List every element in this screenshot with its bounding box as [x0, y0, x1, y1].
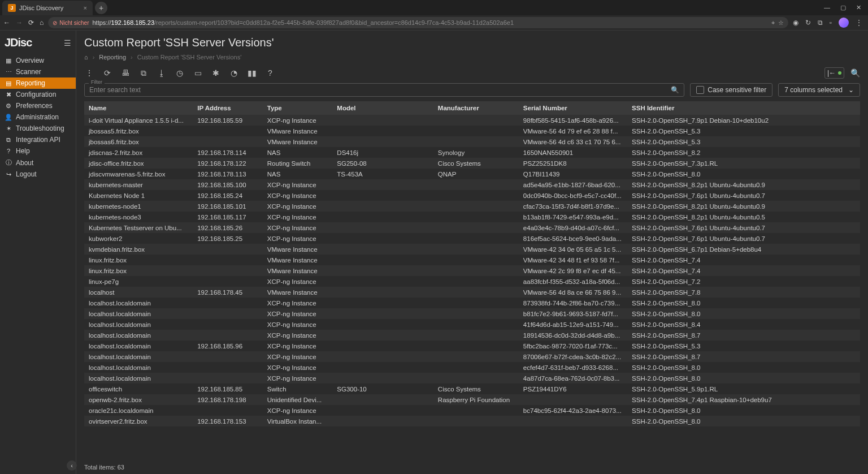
table-wrap[interactable]: Name IP Address Type Model Manufacturer …: [84, 101, 860, 460]
close-window-icon[interactable]: ✕: [856, 4, 861, 11]
sidebar-item-help[interactable]: ?Help: [0, 145, 76, 157]
more-icon[interactable]: ⋮: [84, 68, 94, 77]
cell-ip: [193, 276, 263, 287]
home-icon[interactable]: ⌂: [40, 19, 44, 27]
reload-icon[interactable]: ⟳: [28, 19, 34, 27]
schedule-icon[interactable]: ◷: [175, 68, 185, 77]
forward-icon[interactable]: →: [16, 19, 23, 27]
sidebar-item-reporting[interactable]: ▤Reporting: [0, 77, 76, 89]
cell-serial: 1650NAN550901: [519, 147, 627, 158]
minimize-icon[interactable]: —: [824, 4, 830, 11]
breadcrumb-home-icon[interactable]: ⌂: [84, 54, 88, 61]
table-row[interactable]: localhost192.168.178.45VMware InstanceVM…: [84, 287, 860, 298]
back-icon[interactable]: ←: [3, 19, 10, 27]
cell-ip: 192.168.178.122: [193, 158, 263, 169]
table-row[interactable]: kubernetes-master192.168.185.100XCP-ng I…: [84, 179, 860, 190]
th-ssh[interactable]: SSH Identifier: [627, 101, 860, 115]
table-row[interactable]: jdiscvmwarenas-5.fritz.box192.168.178.11…: [84, 169, 860, 179]
table-row[interactable]: linux-pe7gXCP-ng Instanceaa83fcbf-f355-d…: [84, 276, 860, 287]
browser-tab[interactable]: J JDisc Discovery ×: [2, 1, 93, 15]
table-row[interactable]: localhost.localdomainXCP-ng Instance4a87…: [84, 373, 860, 383]
th-mfr[interactable]: Manufacturer: [433, 101, 519, 115]
print-icon[interactable]: 🖶: [120, 68, 131, 77]
new-tab-button[interactable]: +: [95, 2, 107, 14]
close-tab-icon[interactable]: ×: [84, 5, 87, 11]
hamburger-icon[interactable]: ☰: [64, 38, 71, 48]
th-serial[interactable]: Serial Number: [519, 101, 627, 115]
collapse-sidebar-icon[interactable]: ‹: [67, 460, 77, 471]
th-ip[interactable]: IP Address: [193, 101, 263, 115]
table-row[interactable]: jdiscnas-2.fritz.box192.168.178.114NASDS…: [84, 147, 860, 158]
maximize-icon[interactable]: ▢: [840, 4, 846, 11]
search-icon[interactable]: 🔍: [671, 86, 679, 94]
table-row[interactable]: kubworker2192.168.185.25XCP-ng Instance8…: [84, 233, 860, 244]
table-row[interactable]: localhost.localdomain192.168.185.96XCP-n…: [84, 341, 860, 351]
barchart-icon[interactable]: ▮▮: [247, 68, 257, 77]
table-row[interactable]: oracle21c.localdomainXCP-ng Instancebc74…: [84, 405, 860, 416]
sidebar-item-scanner[interactable]: ⋯Scanner: [0, 66, 76, 77]
th-name[interactable]: Name: [84, 101, 193, 115]
table-row[interactable]: localhost.localdomainXCP-ng Instanceecfe…: [84, 362, 860, 373]
ext1-icon[interactable]: ◉: [793, 19, 798, 27]
table-row[interactable]: kvmdebian.fritz.boxVMware InstanceVMware…: [84, 244, 860, 255]
table-row[interactable]: localhost.localdomainXCP-ng Instance1891…: [84, 330, 860, 341]
ext2-icon[interactable]: ↻: [805, 19, 811, 27]
cell-ssh: SSH-2.0-OpenSSH_8.0: [627, 373, 860, 383]
table-row[interactable]: Kubernetes Node 1192.168.185.24XCP-ng In…: [84, 190, 860, 201]
cell-type: VMware Instance: [263, 265, 333, 276]
relations-icon[interactable]: ✱: [211, 68, 221, 77]
translate-icon[interactable]: ⌖: [771, 19, 775, 27]
column-selector[interactable]: 7 columns selected ⌄: [778, 83, 860, 97]
cell-model: [332, 136, 433, 147]
download-icon[interactable]: ⭳: [157, 68, 167, 77]
cell-type: XCP-ng Instance: [263, 341, 333, 351]
table-row[interactable]: localhost.localdomainXCP-ng Instance8700…: [84, 351, 860, 362]
table-row[interactable]: officeswitch192.168.185.85SwitchSG300-10…: [84, 383, 860, 394]
cell-ip: 192.168.185.101: [193, 201, 263, 212]
bookmark-icon[interactable]: ☆: [778, 19, 784, 27]
profile-avatar[interactable]: [839, 18, 849, 28]
table-row[interactable]: ovirtserver2.fritz.box192.168.178.153Vir…: [84, 416, 860, 426]
table-row[interactable]: localhost.localdomainXCP-ng Instanceb81f…: [84, 308, 860, 319]
table-row[interactable]: linux.fritz.boxVMware InstanceVMware-42 …: [84, 255, 860, 265]
sidebar-item-configuration[interactable]: ✖Configuration: [0, 89, 76, 100]
cell-mfr: [433, 298, 519, 308]
table-row[interactable]: localhost.localdomainXCP-ng Instance8739…: [84, 298, 860, 308]
filter-input[interactable]: [89, 86, 671, 94]
table-row[interactable]: linux.fritz.boxVMware InstanceVMware-42 …: [84, 265, 860, 276]
table-row[interactable]: jbossas5.fritz.boxVMware InstanceVMware-…: [84, 126, 860, 136]
refresh-icon[interactable]: ⟳: [102, 68, 112, 77]
sidepanel-icon[interactable]: ▫: [830, 19, 832, 27]
th-type[interactable]: Type: [263, 101, 333, 115]
sidebar-item-troubleshooting[interactable]: ✶Troubleshooting: [0, 123, 76, 134]
window-icon[interactable]: ▭: [193, 68, 203, 77]
sidebar-item-integration-api[interactable]: ⧉Integration API: [0, 134, 76, 145]
search-toolbar-icon[interactable]: 🔍: [850, 68, 860, 77]
live-indicator[interactable]: |←: [824, 67, 844, 79]
sidebar-item-administration[interactable]: 👤Administration: [0, 111, 76, 123]
chrome-menu-icon[interactable]: ⋮: [856, 19, 862, 27]
sidebar-item-about[interactable]: ⓘAbout: [0, 157, 76, 169]
help-icon[interactable]: ?: [265, 68, 275, 77]
piechart-icon[interactable]: ◔: [229, 68, 239, 77]
breadcrumb-reporting[interactable]: Reporting: [99, 54, 126, 61]
table-row[interactable]: openwb-2.fritz.box192.168.178.198Unident…: [84, 394, 860, 405]
table-row[interactable]: Kubernetes Testserver on Ubu...192.168.1…: [84, 222, 860, 233]
table-row[interactable]: localhost.localdomainXCP-ng Instance41f6…: [84, 319, 860, 330]
cell-mfr: [433, 255, 519, 265]
table-row[interactable]: kubernetes-node1192.168.185.101XCP-ng In…: [84, 201, 860, 212]
sidebar-item-preferences[interactable]: ⚙Preferences: [0, 100, 76, 111]
th-model[interactable]: Model: [332, 101, 433, 115]
cell-type: XCP-ng Instance: [263, 319, 333, 330]
extensions-icon[interactable]: ⧉: [818, 19, 823, 27]
table-row[interactable]: i-doit Virtual Appliance 1.5.5 i-d...192…: [84, 115, 860, 126]
table-row[interactable]: kubernetes-node3192.168.185.117XCP-ng In…: [84, 212, 860, 222]
table-row[interactable]: jbossas6.fritz.boxVMware InstanceVMware-…: [84, 136, 860, 147]
copy-icon[interactable]: ⧉: [138, 68, 149, 78]
case-sensitive-toggle[interactable]: Case sensitive filter: [690, 83, 772, 97]
url-box[interactable]: ⊘ Nicht sicher https://192.168.185.23/re…: [48, 17, 788, 28]
cell-model: [332, 416, 433, 426]
sidebar-item-logout[interactable]: ↪Logout: [0, 169, 76, 180]
table-row[interactable]: jdisc-office.fritz.box192.168.178.122Rou…: [84, 158, 860, 169]
sidebar-item-overview[interactable]: ▦Overview: [0, 55, 76, 66]
